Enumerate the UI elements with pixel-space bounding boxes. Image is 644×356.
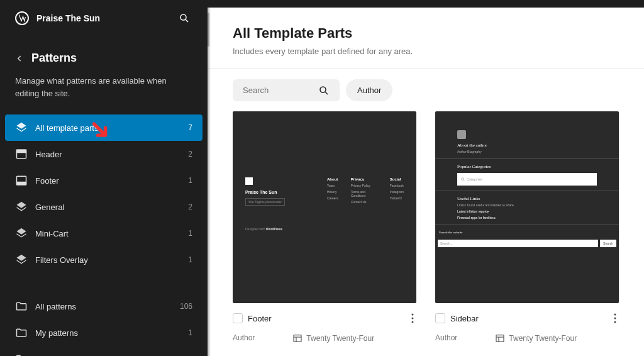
sidebar-item-count: 1 — [188, 176, 192, 185]
template-preview[interactable]: Praise The Sun Site Tagline placeholder … — [233, 111, 416, 303]
svg-rect-5 — [17, 182, 26, 185]
search-icon — [318, 85, 330, 96]
preview-links-heading: Useful Links — [457, 196, 597, 201]
main-content: All Template Parts Includes every templa… — [208, 0, 644, 356]
folder-icon — [15, 300, 28, 313]
preview-tagline: Site Tagline placeholder — [245, 198, 285, 206]
search-icon — [179, 13, 190, 24]
preview-col-item: Privacy Policy — [351, 184, 377, 187]
sidebar-item-footer[interactable]: Footer1 — [5, 167, 203, 194]
svg-point-14 — [462, 178, 464, 181]
sidebar-item-header[interactable]: Header2 — [5, 141, 203, 167]
sidebar-item-label: Footer — [35, 176, 188, 186]
svg-rect-11 — [294, 335, 301, 342]
search-icon — [461, 177, 465, 181]
preview-search-btn: Search — [600, 240, 616, 247]
toolbar: Author — [208, 69, 644, 111]
folder-icon — [15, 353, 28, 356]
card-theme: Twenty Twenty-Four — [292, 333, 374, 343]
main-header: All Template Parts Includes every templa… — [208, 8, 644, 69]
sidebar-item-label: All template parts — [35, 123, 188, 133]
sidebar-item-count: 1 — [188, 328, 192, 337]
sidebar-item-count: 7 — [188, 123, 192, 132]
sidebar-item-label: Mini-Cart — [35, 229, 188, 238]
scrollbar-thumb[interactable] — [208, 13, 209, 47]
preview-link: Latest inflation report — [457, 209, 597, 213]
sidebar-item-general[interactable]: General2 — [5, 194, 203, 220]
sidebar-item-count: 1 — [188, 255, 192, 264]
svg-rect-3 — [17, 150, 26, 152]
preview-col-item: Contact Us — [351, 200, 377, 204]
page-subtitle: Includes every template part defined for… — [233, 47, 619, 56]
card-title[interactable]: Sidebar — [450, 314, 606, 323]
sidebar-item-label: General — [35, 203, 188, 212]
template-parts-nav: All template parts7Header2Footer1General… — [0, 109, 208, 278]
search-input[interactable] — [240, 79, 316, 101]
sidebar-item-label: Filters Overlay — [35, 255, 188, 265]
sidebar-item-mini-cart[interactable]: Mini-Cart1 — [5, 220, 203, 247]
svg-point-16 — [614, 314, 616, 316]
template-card-sidebar: About the author Author Biography Popula… — [435, 111, 619, 343]
preview-about-sub: Author Biography — [457, 150, 597, 153]
card-checkbox[interactable] — [435, 313, 445, 323]
site-identity[interactable]: Praise The Sun — [15, 11, 100, 25]
layout-header-icon — [15, 148, 28, 160]
back-chevron-icon[interactable] — [15, 54, 24, 63]
preview-footer-column: SocialFacebookInstagramTwitter/X — [390, 177, 404, 204]
card-checkbox[interactable] — [233, 313, 243, 323]
preview-col-item: History — [327, 190, 338, 194]
layout-icon — [495, 333, 505, 343]
sidebar-item-all-template-parts[interactable]: All template parts7 — [5, 114, 203, 141]
svg-point-9 — [412, 318, 414, 320]
preview-about-heading: About the author — [457, 143, 597, 148]
template-icon — [15, 201, 28, 213]
folder-icon — [15, 326, 28, 339]
card-title[interactable]: Footer — [248, 314, 404, 323]
preview-col-item: Twitter/X — [390, 196, 404, 200]
preview-col-head: Privacy — [351, 177, 377, 181]
template-icon — [15, 253, 28, 266]
card-author-label: Author — [435, 333, 457, 343]
svg-line-7 — [325, 92, 328, 94]
preview-link: Financial apps for families — [457, 216, 597, 220]
template-preview[interactable]: About the author Author Biography Popula… — [435, 111, 619, 303]
svg-point-18 — [614, 321, 616, 323]
sidebar-item-filters-overlay[interactable]: Filters Overlay1 — [5, 247, 203, 273]
more-vertical-icon — [411, 313, 414, 323]
sidebar-item-all-patterns[interactable]: All patterns106 — [5, 293, 203, 320]
card-meta: Author Twenty Twenty-Four — [435, 333, 619, 343]
author-filter-button[interactable]: Author — [346, 79, 392, 101]
svg-point-6 — [320, 87, 326, 92]
card-actions-button[interactable] — [409, 311, 416, 326]
card-theme: Twenty Twenty-Four — [495, 333, 577, 343]
search-submit-button[interactable] — [316, 82, 332, 99]
sidebar-item-count: 1 — [188, 229, 192, 238]
svg-line-15 — [464, 180, 465, 181]
svg-point-0 — [180, 14, 186, 20]
sidebar-item-count: 2 — [188, 150, 192, 159]
preview-categories-box: Categories — [457, 173, 597, 186]
layout-icon — [292, 333, 303, 343]
preview-col-head: About — [327, 177, 338, 181]
preview-col-item: Terms and Conditions — [351, 190, 377, 197]
template-icon — [15, 121, 28, 134]
sidebar-item-about[interactable]: About8 — [5, 346, 203, 356]
sidebar-item-my-patterns[interactable]: My patterns1 — [5, 320, 203, 346]
sidebar-item-count: 2 — [188, 203, 192, 211]
svg-point-17 — [614, 318, 616, 320]
section-title: Patterns — [31, 52, 77, 65]
preview-links-sub: Links I found useful and wanted to share… — [457, 203, 597, 207]
more-vertical-icon — [614, 313, 616, 323]
preview-search-heading: Search the website — [438, 229, 616, 236]
sidebar-item-label: All patterns — [35, 302, 180, 311]
main-topbar — [208, 0, 644, 8]
card-actions-button[interactable] — [611, 311, 619, 326]
svg-rect-19 — [496, 335, 504, 342]
sidebar-item-label: Header — [35, 150, 188, 159]
svg-line-1 — [186, 19, 188, 22]
search-button[interactable] — [176, 10, 192, 26]
card-footer-row: Sidebar — [435, 303, 619, 333]
page-title: All Template Parts — [233, 25, 619, 42]
preview-col-item: Facebook — [390, 184, 404, 187]
svg-point-8 — [412, 314, 414, 316]
